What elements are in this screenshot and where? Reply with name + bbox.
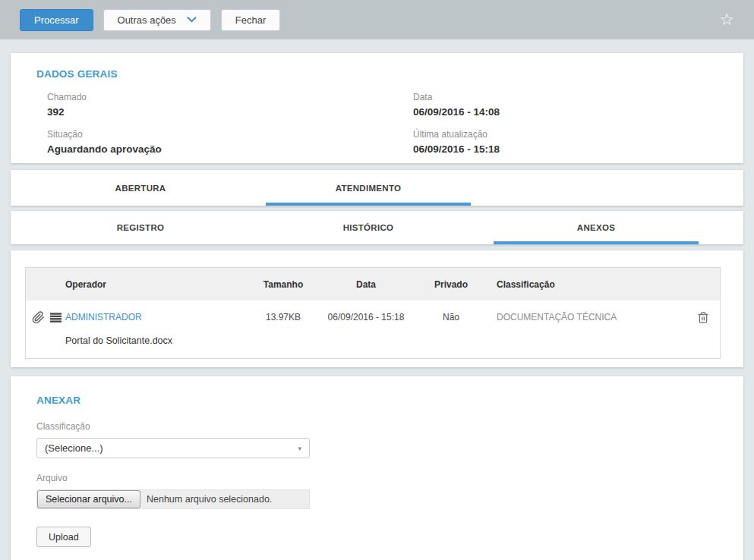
- column-tamanho: Tamanho: [240, 279, 327, 290]
- file-status-text: Nenhum arquivo selecionado.: [147, 494, 272, 505]
- attachment-date: 06/09/2016 - 15:18: [327, 312, 405, 322]
- attachment-size: 13.97KB: [240, 312, 327, 322]
- field-data-label: Data: [413, 92, 718, 102]
- file-label: Arquivo: [36, 473, 718, 483]
- classification-select-value: (Selecione...): [45, 442, 103, 454]
- select-caret-icon: ▾: [298, 445, 301, 452]
- top-toolbar: Processar Outras ações Fechar ☆: [0, 0, 754, 39]
- attachments-table-header: Operador Tamanho Data Privado Classifica…: [26, 268, 720, 300]
- menu-icon: [50, 313, 62, 322]
- field-ultima-atualizacao-value: 06/09/2016 - 15:18: [413, 143, 718, 155]
- field-data-value: 06/09/2016 - 14:08: [413, 106, 718, 118]
- tab-registro[interactable]: REGISTRO: [38, 211, 243, 244]
- attachments-panel: Operador Tamanho Data Privado Classifica…: [11, 250, 743, 367]
- field-ultima-atualizacao: Última atualização 06/09/2016 - 15:18: [413, 129, 718, 155]
- other-actions-dropdown[interactable]: Outras ações: [103, 9, 211, 31]
- field-chamado: Chamado 392: [47, 92, 413, 118]
- attachment-row-main: ADMINISTRADOR 13.97KB 06/09/2016 - 15:18…: [26, 300, 720, 329]
- attachment-actions: [686, 311, 720, 324]
- choose-file-button[interactable]: Selecionar arquivo...: [37, 490, 140, 508]
- field-situacao: Situação Aguardando aprovação: [47, 129, 413, 155]
- star-icon[interactable]: ☆: [719, 11, 734, 28]
- column-classificacao: Classificação: [497, 279, 686, 290]
- page-content: DADOS GERAIS Chamado 392 Data 06/09/2016…: [0, 39, 754, 560]
- table-row: ADMINISTRADOR 13.97KB 06/09/2016 - 15:18…: [26, 300, 720, 358]
- tab-atendimento[interactable]: ATENDIMENTO: [266, 170, 471, 206]
- field-data: Data 06/09/2016 - 14:08: [413, 92, 718, 118]
- field-situacao-value: Aguardando aprovação: [47, 143, 413, 155]
- attachment-menu-button[interactable]: [50, 313, 62, 322]
- classification-select[interactable]: (Selecione...) ▾: [36, 438, 310, 458]
- column-data: Data: [327, 279, 405, 290]
- anexar-title: ANEXAR: [36, 395, 718, 406]
- upload-button[interactable]: Upload: [36, 527, 91, 547]
- attachment-row-icons: [26, 311, 65, 324]
- tab-abertura[interactable]: ABERTURA: [38, 170, 243, 206]
- column-operador: Operador: [65, 279, 240, 290]
- field-chamado-label: Chamado: [47, 92, 413, 102]
- chevron-down-icon: [187, 17, 197, 23]
- file-input[interactable]: Selecionar arquivo... Nenhum arquivo sel…: [36, 489, 310, 509]
- delete-attachment-button[interactable]: [697, 311, 709, 324]
- attachment-private: Não: [405, 312, 497, 322]
- tab-historico[interactable]: HISTÓRICO: [266, 211, 471, 244]
- attachment-operator-link[interactable]: ADMINISTRADOR: [65, 312, 240, 322]
- attachment-classification: DOCUMENTAÇÃO TÉCNICA: [497, 312, 686, 322]
- dados-gerais-fields: Chamado 392 Data 06/09/2016 - 14:08 Situ…: [36, 92, 718, 155]
- close-button[interactable]: Fechar: [221, 9, 280, 31]
- sub-tabbar: REGISTRO HISTÓRICO ANEXOS: [11, 211, 743, 244]
- other-actions-label: Outras ações: [118, 10, 176, 30]
- trash-icon: [697, 311, 709, 324]
- paperclip-icon: [32, 311, 45, 324]
- attachments-table: Operador Tamanho Data Privado Classifica…: [25, 267, 721, 359]
- attachment-filename: Portal do Solicitante.docx: [26, 329, 720, 358]
- field-situacao-label: Situação: [47, 129, 413, 140]
- main-tabbar: ABERTURA ATENDIMENTO: [11, 170, 743, 206]
- anexar-panel: ANEXAR Classificação (Selecione...) ▾ Ar…: [11, 376, 743, 560]
- process-button[interactable]: Processar: [20, 9, 93, 31]
- tab-anexos[interactable]: ANEXOS: [494, 211, 699, 244]
- dados-gerais-panel: DADOS GERAIS Chamado 392 Data 06/09/2016…: [11, 53, 743, 163]
- column-privado: Privado: [405, 279, 497, 290]
- field-ultima-atualizacao-label: Última atualização: [413, 129, 718, 140]
- dados-gerais-title: DADOS GERAIS: [36, 68, 718, 80]
- classification-label: Classificação: [36, 421, 718, 432]
- field-chamado-value: 392: [47, 106, 413, 118]
